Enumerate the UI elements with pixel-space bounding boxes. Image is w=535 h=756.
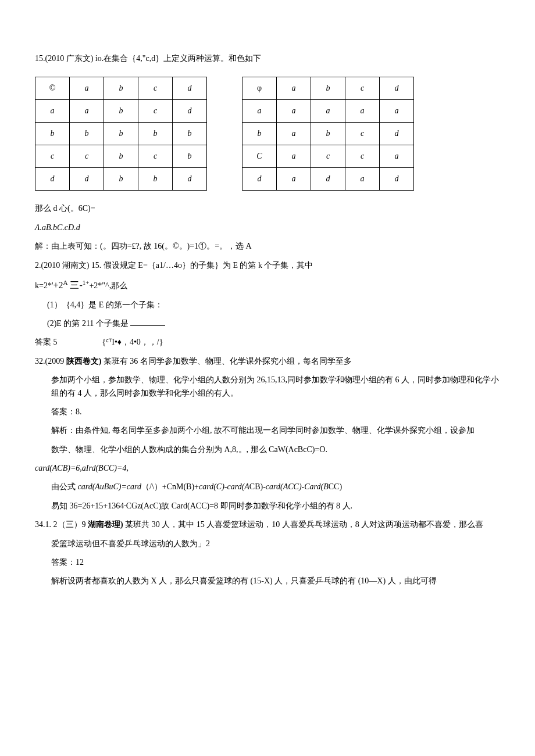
blank-underline bbox=[130, 317, 165, 326]
q32-p6f: card(ACC)-Card(B bbox=[266, 482, 329, 491]
t1-r4c3: b bbox=[138, 168, 173, 191]
t2-r2c1: a bbox=[277, 123, 311, 145]
t1-r4c1: d bbox=[70, 168, 104, 191]
t2-h3: c bbox=[345, 77, 380, 100]
q34-answer: 答案：12 bbox=[35, 556, 500, 569]
q2-sub1: (1）｛4,4｝是 E 的第一个子集： bbox=[35, 299, 500, 311]
t2-r4c4: d bbox=[380, 168, 414, 191]
t2-r4c0: d bbox=[242, 168, 277, 191]
q15-options: Λ.aB.bC.cD.d bbox=[35, 221, 500, 234]
q2-sub2-text: (2)E 的第 211 个子集是 bbox=[47, 319, 130, 328]
t1-r1c0: a bbox=[35, 100, 70, 123]
t1-h4: d bbox=[173, 77, 207, 100]
q32-title: 32.(2009 陕西卷文) 某班有 36 名同学参加数学、物理、化学课外探究小… bbox=[35, 355, 500, 368]
q32-p6e: CB)- bbox=[249, 482, 266, 491]
t2-h0: φ bbox=[242, 77, 277, 100]
q15-solution: 解：由上表可知：(。四功=£?, 故 16(。©。)=1①。=。，选 A bbox=[35, 240, 500, 253]
t2-r1c2: a bbox=[311, 100, 345, 123]
q32-p6: 由公式 card(AuBuC)=card（/\）+CnM(B)+card(C)-… bbox=[35, 481, 500, 493]
t2-r4c2: d bbox=[311, 168, 345, 191]
t1-r2c4: b bbox=[173, 123, 207, 145]
t2-r3c4: a bbox=[380, 145, 414, 168]
q32-p7: 易知 36=26+15+1364·CGz(AcC)故 Card(ACC)=8 即… bbox=[35, 500, 500, 513]
q32-p6a: 由公式 bbox=[51, 482, 78, 491]
q2-formula: k=2*'+2A 三-1++2*"^,那么 bbox=[35, 278, 500, 293]
t1-r1c1: a bbox=[70, 100, 104, 123]
q32-stem: 某班有 36 名同学参加数学、物理、化学课外探究小组，每名同学至多 bbox=[104, 357, 352, 366]
operation-table-1: ©abcd aabcd bbbbb ccbcb ddbbd bbox=[35, 77, 207, 191]
t2-r1c1: a bbox=[277, 100, 311, 123]
t1-r2c3: b bbox=[138, 123, 173, 145]
t1-h3: c bbox=[138, 77, 173, 100]
q2-title: 2.(2010 湖南文) 15. 假设规定 E=｛a1/…4o｝的子集｝为 E … bbox=[35, 259, 500, 272]
q15-title: 15.(2010 广东文) io.在集合｛4,"c,d｝上定义两种运算。和色如下 bbox=[35, 52, 500, 65]
q2-f-b: +2 bbox=[53, 280, 63, 290]
operation-table-2: φabcd aaaaa babcd Cacca dadad bbox=[242, 77, 414, 191]
q32-p6g: CC) bbox=[329, 482, 342, 491]
t1-r3c4: b bbox=[173, 145, 207, 168]
q32-p6c: （/\）+CnM(B)+ bbox=[141, 482, 199, 491]
q32-source: 陕西卷文) bbox=[66, 357, 104, 366]
t2-r3c0: C bbox=[242, 145, 277, 168]
t1-h2: b bbox=[104, 77, 138, 100]
t2-r4c1: a bbox=[277, 168, 311, 191]
t1-r3c3: c bbox=[138, 145, 173, 168]
q2-f-a: k=2*' bbox=[35, 281, 53, 290]
q32-num: 32.(2009 bbox=[35, 357, 66, 366]
t1-r4c2: b bbox=[104, 168, 138, 191]
q15-line2: 那么 d 心(。6C)= bbox=[35, 202, 500, 215]
q32-p1: 参加两个小组，参加数学、物理、化学小组的人数分别为 26,15,13,同时参加数… bbox=[35, 374, 500, 400]
t2-h4: d bbox=[380, 77, 414, 100]
t1-r3c1: c bbox=[70, 145, 104, 168]
t2-h1: a bbox=[277, 77, 311, 100]
q34-stem: 某班共 30 人，其中 15 人喜爱篮球运动，10 人喜爱兵乓球运动，8 人对这… bbox=[125, 520, 483, 529]
t1-r1c4: d bbox=[173, 100, 207, 123]
t1-r1c3: c bbox=[138, 100, 173, 123]
t2-r1c3: a bbox=[345, 100, 380, 123]
q32-p5: card(ACB)=6,aIrd(BCC)=4, bbox=[35, 462, 500, 475]
q34-p1: 爱篮球运动但不喜爱乒乓球运动的人数为」2 bbox=[35, 538, 500, 550]
t1-h1: a bbox=[70, 77, 104, 100]
q32-answer: 答案：8. bbox=[35, 406, 500, 418]
q34-title: 34.1. 2（三）9 湖南卷理) 某班共 30 人，其中 15 人喜爱篮球运动… bbox=[35, 518, 500, 531]
tables-row: ©abcd aabcd bbbbb ccbcb ddbbd φabcd aaaa… bbox=[35, 77, 500, 191]
t2-r3c2: c bbox=[311, 145, 345, 168]
q34-num: 34.1. 2（三）9 bbox=[35, 520, 88, 529]
t1-r4c4: d bbox=[173, 168, 207, 191]
t1-r2c0: b bbox=[35, 123, 70, 145]
t2-r1c4: a bbox=[380, 100, 414, 123]
q34-p3: 解析设两者都喜欢的人数为 X 人，那么只喜爱篮球的有 (15-X) 人，只喜爱乒… bbox=[35, 575, 500, 587]
t2-r1c0: a bbox=[242, 100, 277, 123]
q2-f-e: 1+ bbox=[83, 279, 90, 286]
t2-r2c0: b bbox=[242, 123, 277, 145]
t2-r2c3: c bbox=[345, 123, 380, 145]
t2-h2: b bbox=[311, 77, 345, 100]
t1-h0: © bbox=[35, 77, 70, 100]
q2-f-f: +2*"^,那么 bbox=[89, 281, 127, 290]
t1-r3c0: c bbox=[35, 145, 70, 168]
t1-r2c2: b bbox=[104, 123, 138, 145]
t2-r2c2: b bbox=[311, 123, 345, 145]
t1-r3c2: b bbox=[104, 145, 138, 168]
q2-ans-set: {ᶜᵀI•♦，4•0，，/} bbox=[102, 338, 163, 346]
q32-p6d: card(C)-card(A bbox=[199, 482, 249, 491]
q34-source: 湖南卷理) bbox=[88, 520, 125, 529]
q2-f-d: 三- bbox=[67, 280, 82, 290]
q2-sub2: (2)E 的第 211 个子集是 bbox=[35, 317, 500, 330]
t2-r3c3: c bbox=[345, 145, 380, 168]
t1-r4c0: d bbox=[35, 168, 70, 191]
t2-r4c3: a bbox=[345, 168, 380, 191]
q2-answer: 答案 5 {ᶜᵀI•♦，4•0，，/} bbox=[35, 336, 500, 349]
q32-p3: 解析：由条件知, 每名同学至多参加两个小组, 故不可能出现一名同学同时参加数学、… bbox=[51, 424, 500, 437]
t1-r1c2: b bbox=[104, 100, 138, 123]
t1-r2c1: b bbox=[70, 123, 104, 145]
q2-ans-label: 答案 5 bbox=[35, 338, 58, 346]
t2-r2c4: d bbox=[380, 123, 414, 145]
q32-p4: 数学、物理、化学小组的人数构成的集合分别为 A,8,。, 那么 CaW(AcBc… bbox=[35, 443, 500, 456]
t2-r3c1: a bbox=[277, 145, 311, 168]
q32-p6b: card(AuBuC)=card bbox=[78, 482, 142, 491]
